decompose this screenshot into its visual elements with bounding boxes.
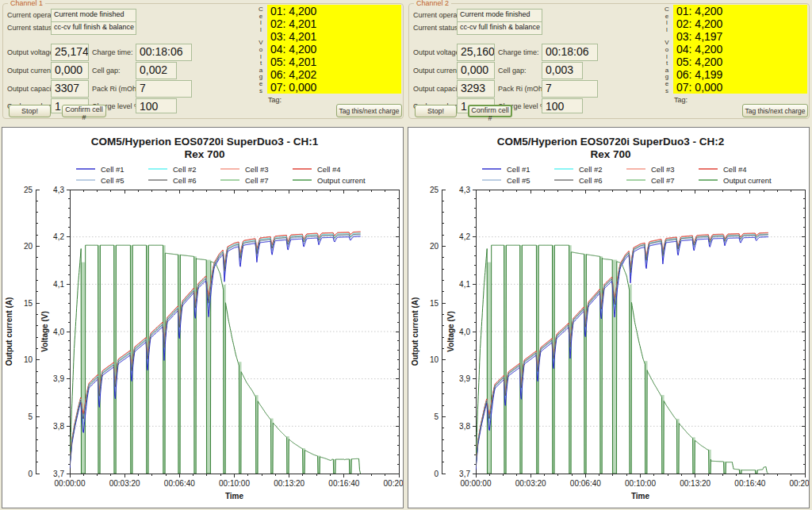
cell-voltage-line (70, 232, 361, 464)
voltage-tick-label: 4,3 (53, 186, 64, 194)
chart-title: COM5/Hyperion EOS0720i SuperDuo3 - CH:2 (497, 136, 725, 148)
cell-voltage-row: 04: 4,200 (267, 43, 401, 56)
cell-gap-label: Cell gap: (92, 67, 121, 75)
voltage-tick-label: 3,9 (53, 374, 64, 383)
confirm-cell-button[interactable]: Confirm cell # (62, 105, 106, 117)
cell-voltage-row: 01: 4,200 (673, 5, 807, 17)
cell-voltage-row: 02: 4,200 (673, 17, 807, 30)
cell-voltages-list: 01: 4,20002: 4,20003: 4,19704: 4,20005: … (673, 5, 807, 94)
legend-label: Cell #1 (101, 165, 124, 174)
voltage-tick-label: 4,3 (459, 186, 470, 194)
x-tick-label: 00:13:20 (274, 479, 304, 488)
output-capacity-value: 3293 (457, 80, 495, 98)
channel-1-panel: Channel 1 Current operation: Current mod… (0, 0, 406, 127)
cell-voltages-vertical-label: CellVoltages (663, 6, 671, 95)
cell-voltage-row: 02: 4,201 (267, 17, 401, 30)
cell-gap-value: 0,003 (542, 62, 583, 79)
voltage-axis-title: Voltage (V) (446, 311, 455, 351)
current-tick-label: 15 (24, 299, 33, 308)
charge-level-value: 100 (542, 98, 583, 113)
charger-app-window: Channel 1 Current operation: Current mod… (0, 0, 812, 510)
x-axis-title: Time (225, 492, 244, 500)
legend-label: Cell #2 (579, 165, 603, 174)
voltage-tick-label: 4,2 (53, 232, 64, 241)
current-axis-title: Output current (A) (411, 297, 419, 366)
x-tick-label: 00:06:40 (164, 479, 195, 488)
cell-voltage-row: 07: 0,000 (673, 81, 807, 94)
current-tick-label: 5 (434, 412, 439, 421)
output-voltage-value: 25,160 (457, 44, 495, 61)
channel-1-chart: COM5/Hyperion EOS0720i SuperDuo3 - CH:1R… (2, 128, 403, 508)
current-operation-value: Current mode finished (51, 9, 136, 22)
x-tick-label: 00:06:40 (570, 479, 601, 488)
cell-voltage-line (70, 236, 361, 468)
channel-1-chart-panel: COM5/Hyperion EOS0720i SuperDuo3 - CH:1R… (2, 127, 404, 508)
x-axis-title: Time (631, 492, 650, 500)
current-tick-label: 10 (24, 355, 33, 364)
current-tick-label: 0 (28, 470, 33, 478)
x-tick-label: 00:00:00 (55, 479, 86, 488)
voltage-tick-label: 3,7 (53, 470, 64, 478)
cell-voltage-line (70, 235, 361, 466)
cell-voltage-line (70, 234, 361, 466)
channel-2-chart: COM5/Hyperion EOS0720i SuperDuo3 - CH:2R… (408, 128, 809, 508)
output-current-label: Output current: (413, 67, 461, 75)
channel-2-panel: Channel 2 Current operation: Current mod… (406, 0, 812, 127)
current-status-label: Current status: (7, 24, 54, 32)
tag-next-charge-button[interactable]: Tag this/next charge (742, 104, 808, 117)
cell-voltages-list: 01: 4,20002: 4,20103: 4,20104: 4,20005: … (267, 5, 401, 94)
x-tick-label: 00:20:00 (384, 479, 403, 488)
current-status-value: cc-cv full finish & balance finish (457, 21, 542, 35)
tag-next-charge-button[interactable]: Tag this/next charge (336, 104, 402, 117)
voltage-tick-label: 3,8 (459, 422, 470, 431)
cell-voltage-row: 05: 4,200 (673, 56, 807, 68)
charge-time-label: Charge time: (498, 48, 539, 56)
legend-label: Cell #4 (317, 165, 341, 174)
current-tick-label: 10 (430, 355, 439, 364)
current-tick-label: 25 (24, 186, 33, 194)
cell-voltage-row: 01: 4,200 (267, 5, 401, 17)
cell-voltage-row: 06: 4,199 (673, 68, 807, 81)
output-voltage-label: Output voltage: (413, 48, 462, 56)
current-axis-title: Output current (A) (5, 297, 13, 366)
confirm-cell-button[interactable]: Confirm cell # (468, 105, 512, 117)
cell-voltage-row: 05: 4,201 (267, 56, 401, 68)
x-tick-label: 00:10:00 (219, 479, 250, 488)
output-current-line (70, 245, 361, 474)
legend-label: Cell #5 (101, 176, 124, 185)
legend-label: Cell #6 (579, 176, 603, 185)
current-operation-value: Current mode finished (457, 9, 542, 22)
series-group (476, 232, 768, 474)
stop-button[interactable]: Stop! (415, 105, 457, 117)
charge-time-value: 00:18:06 (542, 44, 598, 61)
chart-subtitle: Rex 700 (184, 148, 224, 160)
voltage-tick-label: 3,9 (459, 374, 470, 383)
voltage-tick-label: 4,0 (53, 328, 64, 336)
chart-title: COM5/Hyperion EOS0720i SuperDuo3 - CH:1 (91, 136, 319, 148)
x-tick-label: 00:03:20 (109, 479, 140, 488)
output-voltage-label: Output voltage: (7, 48, 56, 56)
voltage-tick-label: 3,7 (459, 470, 470, 478)
charge-time-value: 00:18:06 (136, 44, 192, 61)
x-tick-label: 00:10:00 (625, 479, 656, 488)
stop-button[interactable]: Stop! (9, 105, 51, 117)
voltage-tick-label: 4,1 (459, 280, 470, 289)
current-tick-label: 25 (430, 186, 439, 194)
legend-label: Cell #1 (507, 165, 530, 174)
legend-label: Cell #4 (723, 165, 747, 174)
voltage-axis-title: Voltage (V) (40, 311, 49, 351)
output-capacity-value: 3307 (51, 80, 89, 98)
cell-voltages-vertical-label: CellVoltages (257, 6, 265, 95)
channel-1-title: Channel 1 (8, 0, 45, 8)
x-tick-label: 00:13:20 (680, 479, 710, 488)
charge-level-value: 100 (136, 98, 177, 113)
legend-label: Cell #3 (245, 165, 269, 174)
legend-label: Cell #5 (507, 176, 530, 185)
cell-gap-value: 0,002 (136, 62, 177, 79)
chart-subtitle: Rex 700 (590, 148, 630, 160)
output-current-value: 0,000 (51, 62, 89, 79)
legend-label: Output current (723, 176, 772, 185)
current-status-label: Current status: (413, 24, 460, 32)
x-tick-label: 00:03:20 (515, 479, 546, 488)
channel-2-chart-panel: COM5/Hyperion EOS0720i SuperDuo3 - CH:2R… (408, 127, 810, 508)
